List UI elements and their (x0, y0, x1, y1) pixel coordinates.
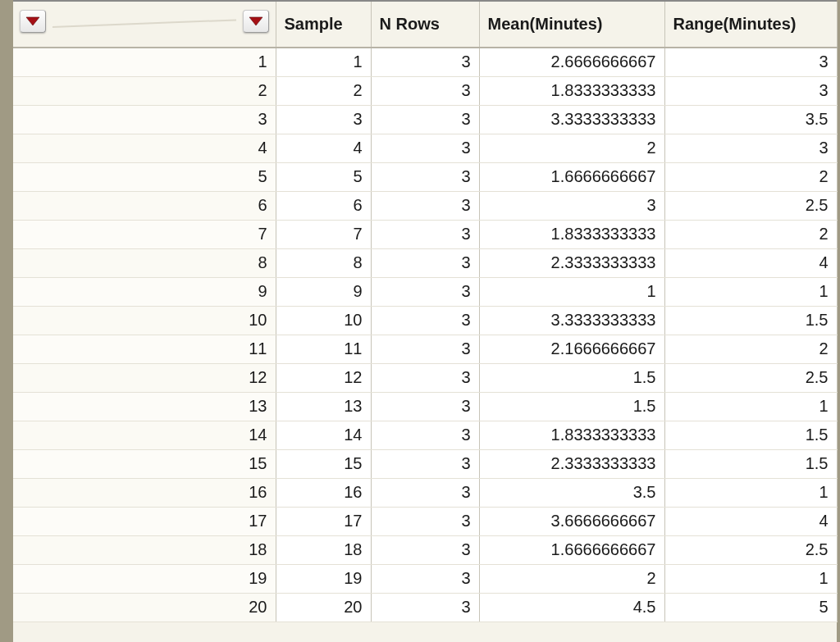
row-index-cell[interactable]: 6 (13, 191, 276, 220)
column-header-nrows[interactable]: N Rows (371, 2, 479, 48)
cell-mean[interactable]: 1.8333333333 (479, 421, 664, 449)
cell-sample[interactable]: 14 (276, 421, 371, 449)
row-index-cell[interactable]: 7 (13, 220, 276, 248)
cell-nrows[interactable]: 3 (371, 593, 479, 622)
cell-sample[interactable]: 2 (276, 76, 371, 105)
cell-range[interactable]: 1 (664, 277, 837, 306)
cell-sample[interactable]: 6 (276, 191, 371, 220)
cell-nrows[interactable]: 3 (371, 421, 479, 449)
row-index-cell[interactable]: 20 (13, 593, 276, 622)
column-header-sample[interactable]: Sample (276, 2, 371, 48)
table-row[interactable]: 1919321 (13, 564, 837, 593)
row-index-cell[interactable]: 13 (13, 392, 276, 421)
cell-mean[interactable]: 1 (479, 277, 664, 306)
cell-nrows[interactable]: 3 (371, 48, 479, 76)
row-index-cell[interactable]: 10 (13, 306, 276, 335)
table-row[interactable]: 8832.33333333334 (13, 248, 837, 277)
table-row[interactable]: 3333.33333333333.5 (13, 105, 837, 134)
table-row[interactable]: 131331.51 (13, 392, 837, 421)
cell-range[interactable]: 3 (664, 134, 837, 162)
cell-nrows[interactable]: 3 (371, 105, 479, 134)
columns-menu-button[interactable] (243, 10, 269, 33)
cell-sample[interactable]: 8 (276, 248, 371, 277)
row-index-cell[interactable]: 16 (13, 478, 276, 507)
table-row[interactable]: 151532.33333333331.5 (13, 449, 837, 478)
cell-mean[interactable]: 4.5 (479, 593, 664, 622)
cell-mean[interactable]: 1.5 (479, 363, 664, 392)
cell-nrows[interactable]: 3 (371, 535, 479, 564)
cell-mean[interactable]: 2.6666666667 (479, 48, 664, 76)
cell-range[interactable]: 4 (664, 507, 837, 535)
cell-nrows[interactable]: 3 (371, 76, 479, 105)
row-index-cell[interactable]: 11 (13, 335, 276, 363)
cell-range[interactable]: 2.5 (664, 191, 837, 220)
cell-mean[interactable]: 1.6666666667 (479, 162, 664, 191)
row-index-cell[interactable]: 12 (13, 363, 276, 392)
cell-range[interactable]: 5 (664, 593, 837, 622)
row-index-cell[interactable]: 19 (13, 564, 276, 593)
column-header-range[interactable]: Range(Minutes) (664, 2, 837, 48)
cell-mean[interactable]: 2 (479, 134, 664, 162)
cell-mean[interactable]: 1.8333333333 (479, 220, 664, 248)
table-row[interactable]: 202034.55 (13, 593, 837, 622)
row-index-cell[interactable]: 5 (13, 162, 276, 191)
table-row[interactable]: 101033.33333333331.5 (13, 306, 837, 335)
cell-mean[interactable]: 3 (479, 191, 664, 220)
table-row[interactable]: 7731.83333333332 (13, 220, 837, 248)
cell-sample[interactable]: 3 (276, 105, 371, 134)
row-index-cell[interactable]: 2 (13, 76, 276, 105)
cell-sample[interactable]: 16 (276, 478, 371, 507)
cell-range[interactable]: 2.5 (664, 535, 837, 564)
cell-sample[interactable]: 13 (276, 392, 371, 421)
cell-nrows[interactable]: 3 (371, 363, 479, 392)
cell-nrows[interactable]: 3 (371, 449, 479, 478)
row-index-cell[interactable]: 9 (13, 277, 276, 306)
row-index-cell[interactable]: 18 (13, 535, 276, 564)
cell-sample[interactable]: 9 (276, 277, 371, 306)
cell-sample[interactable]: 19 (276, 564, 371, 593)
row-index-cell[interactable]: 15 (13, 449, 276, 478)
column-header-mean[interactable]: Mean(Minutes) (479, 2, 664, 48)
cell-mean[interactable]: 2 (479, 564, 664, 593)
cell-range[interactable]: 1 (664, 478, 837, 507)
cell-sample[interactable]: 15 (276, 449, 371, 478)
cell-range[interactable]: 3 (664, 48, 837, 76)
cell-range[interactable]: 2 (664, 162, 837, 191)
row-index-cell[interactable]: 17 (13, 507, 276, 535)
row-index-cell[interactable]: 14 (13, 421, 276, 449)
cell-range[interactable]: 3 (664, 76, 837, 105)
cell-sample[interactable]: 10 (276, 306, 371, 335)
cell-nrows[interactable]: 3 (371, 564, 479, 593)
cell-nrows[interactable]: 3 (371, 507, 479, 535)
rows-menu-button[interactable] (20, 10, 46, 33)
cell-nrows[interactable]: 3 (371, 134, 479, 162)
cell-sample[interactable]: 20 (276, 593, 371, 622)
cell-sample[interactable]: 18 (276, 535, 371, 564)
table-row[interactable]: 99311 (13, 277, 837, 306)
cell-mean[interactable]: 3.5 (479, 478, 664, 507)
cell-sample[interactable]: 11 (276, 335, 371, 363)
table-row[interactable]: 5531.66666666672 (13, 162, 837, 191)
cell-sample[interactable]: 12 (276, 363, 371, 392)
table-row[interactable]: 44323 (13, 134, 837, 162)
cell-nrows[interactable]: 3 (371, 392, 479, 421)
table-row[interactable]: 141431.83333333331.5 (13, 421, 837, 449)
row-index-cell[interactable]: 3 (13, 105, 276, 134)
table-row[interactable]: 171733.66666666674 (13, 507, 837, 535)
cell-mean[interactable]: 1.8333333333 (479, 76, 664, 105)
row-index-cell[interactable]: 8 (13, 248, 276, 277)
cell-nrows[interactable]: 3 (371, 335, 479, 363)
cell-nrows[interactable]: 3 (371, 191, 479, 220)
cell-mean[interactable]: 2.3333333333 (479, 449, 664, 478)
cell-range[interactable]: 1.5 (664, 449, 837, 478)
cell-range[interactable]: 1 (664, 564, 837, 593)
cell-mean[interactable]: 2.3333333333 (479, 248, 664, 277)
cell-nrows[interactable]: 3 (371, 248, 479, 277)
cell-nrows[interactable]: 3 (371, 478, 479, 507)
table-row[interactable]: 181831.66666666672.5 (13, 535, 837, 564)
cell-nrows[interactable]: 3 (371, 277, 479, 306)
cell-sample[interactable]: 7 (276, 220, 371, 248)
cell-range[interactable]: 2.5 (664, 363, 837, 392)
cell-range[interactable]: 1 (664, 392, 837, 421)
cell-range[interactable]: 1.5 (664, 421, 837, 449)
